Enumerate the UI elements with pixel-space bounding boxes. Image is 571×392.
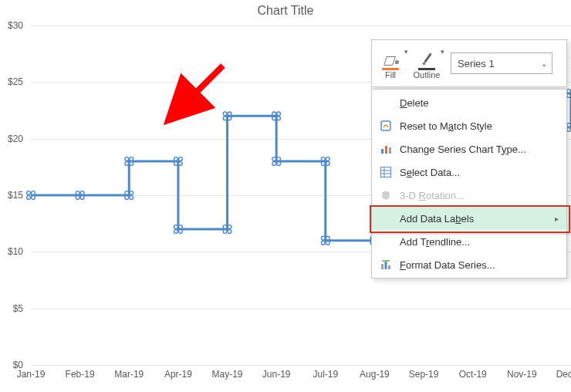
svg-point-4 bbox=[76, 191, 79, 195]
svg-point-17 bbox=[179, 157, 183, 161]
pen-icon bbox=[418, 47, 435, 70]
x-axis-label: May-19 bbox=[212, 369, 243, 380]
svg-point-5 bbox=[80, 191, 84, 195]
context-menu-item-label: Add Trendline... bbox=[400, 236, 470, 248]
svg-point-30 bbox=[223, 117, 227, 120]
svg-point-28 bbox=[223, 112, 227, 116]
svg-point-11 bbox=[130, 196, 133, 200]
chevron-down-icon: ⌄ bbox=[541, 59, 547, 68]
chart-type-icon bbox=[377, 143, 395, 155]
x-axis-label: Jun-19 bbox=[262, 369, 291, 380]
y-axis-tick: $20 bbox=[8, 133, 23, 144]
svg-point-41 bbox=[326, 157, 329, 161]
context-menu-item-add-trendline[interactable]: Add Trendline... bbox=[372, 230, 566, 253]
svg-point-14 bbox=[125, 162, 129, 166]
context-menu-item-delete[interactable]: Delete bbox=[372, 91, 566, 114]
svg-point-72 bbox=[567, 90, 571, 93]
chart-title: Chart Title bbox=[0, 4, 571, 18]
svg-point-2 bbox=[27, 196, 31, 200]
svg-point-47 bbox=[326, 241, 329, 245]
svg-point-3 bbox=[32, 196, 35, 200]
svg-point-18 bbox=[174, 162, 178, 166]
submenu-arrow-icon: ▸ bbox=[555, 215, 559, 223]
svg-rect-97 bbox=[389, 147, 391, 154]
context-menu-item-label: Change Series Chart Type... bbox=[400, 144, 526, 155]
svg-rect-108 bbox=[388, 265, 390, 269]
x-axis: Jan-19Feb-19Mar-19Apr-19May-19Jun-19Jul-… bbox=[31, 369, 571, 384]
svg-point-35 bbox=[277, 117, 281, 120]
svg-point-42 bbox=[321, 162, 325, 166]
svg-point-40 bbox=[321, 157, 325, 161]
svg-point-33 bbox=[277, 112, 281, 116]
svg-point-32 bbox=[272, 112, 276, 116]
fill-label: Fill bbox=[385, 70, 396, 79]
x-axis-label: Aug-19 bbox=[360, 369, 390, 380]
svg-point-29 bbox=[228, 112, 231, 116]
context-menu-item-select-data[interactable]: Select Data... bbox=[372, 161, 566, 184]
x-axis-label: Jul-19 bbox=[313, 369, 338, 380]
svg-point-9 bbox=[130, 191, 133, 195]
reset-style-icon bbox=[377, 120, 395, 132]
context-menu-item-label: Format Data Series... bbox=[400, 259, 495, 271]
y-axis-tick: $10 bbox=[8, 246, 23, 257]
fill-button[interactable]: Fill bbox=[375, 42, 406, 84]
x-axis-label: Mar-19 bbox=[114, 369, 144, 380]
svg-point-46 bbox=[321, 241, 325, 245]
gridline bbox=[31, 365, 571, 366]
svg-point-34 bbox=[272, 117, 276, 120]
svg-point-7 bbox=[80, 196, 84, 200]
outline-button[interactable]: Outline bbox=[411, 42, 442, 84]
svg-point-37 bbox=[277, 157, 281, 161]
svg-point-20 bbox=[174, 225, 178, 229]
context-menu-item-change-type[interactable]: Change Series Chart Type... bbox=[372, 137, 566, 161]
svg-point-76 bbox=[567, 123, 571, 127]
svg-point-10 bbox=[125, 196, 129, 200]
y-axis-tick: $25 bbox=[8, 76, 23, 87]
cube-icon bbox=[377, 189, 395, 201]
svg-point-23 bbox=[179, 230, 183, 234]
svg-rect-107 bbox=[385, 262, 387, 269]
svg-point-43 bbox=[326, 162, 329, 166]
svg-point-13 bbox=[130, 157, 133, 161]
context-menu-item-rotation: 3-D Rotation... bbox=[372, 184, 566, 207]
svg-point-36 bbox=[272, 157, 276, 161]
context-menu-item-reset[interactable]: Reset to Match Style bbox=[372, 114, 566, 137]
x-axis-label: Jan-19 bbox=[17, 369, 46, 380]
svg-point-25 bbox=[228, 225, 231, 229]
svg-point-39 bbox=[277, 162, 281, 166]
context-menu-item-label: Reset to Match Style bbox=[400, 120, 492, 132]
x-axis-label: Feb-19 bbox=[66, 369, 95, 380]
context-menu-item-label: Add Data Labels bbox=[400, 213, 474, 225]
context-menu-item-add-labels[interactable]: Add Data Labels▸ bbox=[372, 207, 566, 230]
svg-point-21 bbox=[179, 225, 183, 229]
y-axis-tick: $15 bbox=[8, 190, 23, 201]
svg-point-27 bbox=[228, 230, 231, 234]
outline-dropdown-arrow[interactable]: ▾ bbox=[441, 40, 444, 56]
context-menu-item-label: 3-D Rotation... bbox=[400, 190, 465, 201]
mini-format-toolbar: Fill ▾ Outline ▾ Series 1 ⌄ bbox=[371, 39, 567, 87]
svg-point-31 bbox=[228, 117, 231, 120]
y-axis-tick: $5 bbox=[13, 303, 23, 314]
svg-rect-94 bbox=[381, 121, 390, 130]
context-menu-item-label: Select Data... bbox=[400, 167, 460, 178]
x-axis-label: Apr-19 bbox=[164, 369, 192, 380]
context-menu-item-format-series[interactable]: Format Data Series... bbox=[372, 253, 566, 276]
svg-point-8 bbox=[125, 191, 129, 195]
y-axis: $0$5$10$15$20$25$30 bbox=[0, 25, 26, 365]
svg-point-6 bbox=[76, 196, 79, 200]
x-axis-label: Dec-19 bbox=[556, 369, 571, 380]
svg-point-45 bbox=[326, 236, 329, 240]
svg-point-38 bbox=[272, 162, 276, 166]
svg-point-19 bbox=[179, 162, 183, 166]
svg-point-74 bbox=[567, 94, 571, 98]
paint-bucket-icon bbox=[382, 47, 399, 70]
series-context-menu: DeleteReset to Match StyleChange Series … bbox=[371, 89, 567, 279]
svg-point-15 bbox=[130, 162, 133, 166]
x-axis-label: Oct-19 bbox=[459, 369, 487, 380]
select-data-icon bbox=[377, 166, 395, 178]
series-selector[interactable]: Series 1 ⌄ bbox=[451, 52, 552, 74]
fill-dropdown-arrow[interactable]: ▾ bbox=[404, 40, 408, 56]
svg-point-1 bbox=[32, 191, 35, 195]
series-selector-value: Series 1 bbox=[458, 58, 495, 69]
x-axis-label: Sep-19 bbox=[409, 369, 439, 380]
